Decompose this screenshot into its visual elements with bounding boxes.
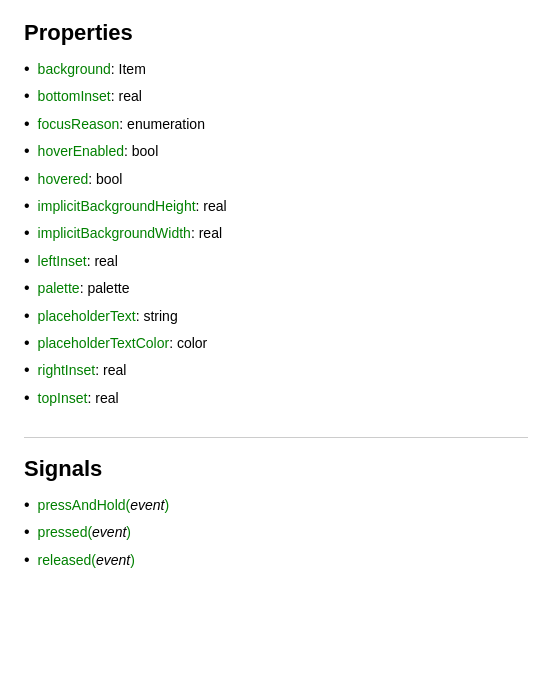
signal-param: event (130, 497, 164, 513)
bullet-icon: • (24, 61, 30, 77)
property-name[interactable]: hovered (38, 168, 89, 190)
property-type: : real (95, 359, 126, 381)
section-divider (24, 437, 528, 438)
property-item: •background : Item (24, 58, 528, 80)
property-type: : real (87, 387, 118, 409)
property-item: •topInset : real (24, 387, 528, 409)
bullet-icon: • (24, 552, 30, 568)
signal-item: •pressAndHold(event) (24, 494, 528, 516)
property-item: •placeholderTextColor : color (24, 332, 528, 354)
bullet-icon: • (24, 362, 30, 378)
signal-item: •released(event) (24, 549, 528, 571)
bullet-icon: • (24, 143, 30, 159)
properties-title: Properties (24, 20, 528, 46)
bullet-icon: • (24, 198, 30, 214)
property-type: : real (191, 222, 222, 244)
signal-name[interactable]: pressed(event) (38, 521, 131, 543)
property-item: •bottomInset : real (24, 85, 528, 107)
property-type: : bool (124, 140, 158, 162)
property-type: : color (169, 332, 207, 354)
signal-param: event (92, 524, 126, 540)
property-item: •implicitBackgroundWidth : real (24, 222, 528, 244)
property-name[interactable]: topInset (38, 387, 88, 409)
property-name[interactable]: background (38, 58, 111, 80)
property-name[interactable]: hoverEnabled (38, 140, 124, 162)
property-type: : real (196, 195, 227, 217)
property-name[interactable]: placeholderText (38, 305, 136, 327)
signal-name[interactable]: pressAndHold(event) (38, 494, 170, 516)
property-item: •placeholderText : string (24, 305, 528, 327)
property-name[interactable]: leftInset (38, 250, 87, 272)
signal-item: •pressed(event) (24, 521, 528, 543)
signal-param: event (96, 552, 130, 568)
bullet-icon: • (24, 116, 30, 132)
bullet-icon: • (24, 280, 30, 296)
property-type: : real (87, 250, 118, 272)
property-type: : bool (88, 168, 122, 190)
property-name[interactable]: implicitBackgroundWidth (38, 222, 191, 244)
property-item: •rightInset : real (24, 359, 528, 381)
property-item: •hovered : bool (24, 168, 528, 190)
property-item: •implicitBackgroundHeight : real (24, 195, 528, 217)
bullet-icon: • (24, 497, 30, 513)
property-name[interactable]: rightInset (38, 359, 96, 381)
property-item: •palette : palette (24, 277, 528, 299)
property-item: •hoverEnabled : bool (24, 140, 528, 162)
property-name[interactable]: implicitBackgroundHeight (38, 195, 196, 217)
bullet-icon: • (24, 335, 30, 351)
property-name[interactable]: placeholderTextColor (38, 332, 170, 354)
property-type: : string (136, 305, 178, 327)
signal-name[interactable]: released(event) (38, 549, 135, 571)
bullet-icon: • (24, 88, 30, 104)
signals-list: •pressAndHold(event)•pressed(event)•rele… (24, 494, 528, 571)
property-type: : Item (111, 58, 146, 80)
property-type: : palette (80, 277, 130, 299)
properties-list: •background : Item•bottomInset : real•fo… (24, 58, 528, 409)
property-name[interactable]: bottomInset (38, 85, 111, 107)
bullet-icon: • (24, 390, 30, 406)
bullet-icon: • (24, 171, 30, 187)
property-item: •leftInset : real (24, 250, 528, 272)
property-item: •focusReason : enumeration (24, 113, 528, 135)
bullet-icon: • (24, 308, 30, 324)
property-name[interactable]: palette (38, 277, 80, 299)
property-type: : real (111, 85, 142, 107)
bullet-icon: • (24, 225, 30, 241)
bullet-icon: • (24, 253, 30, 269)
bullet-icon: • (24, 524, 30, 540)
property-name[interactable]: focusReason (38, 113, 120, 135)
property-type: : enumeration (119, 113, 205, 135)
signals-title: Signals (24, 456, 528, 482)
